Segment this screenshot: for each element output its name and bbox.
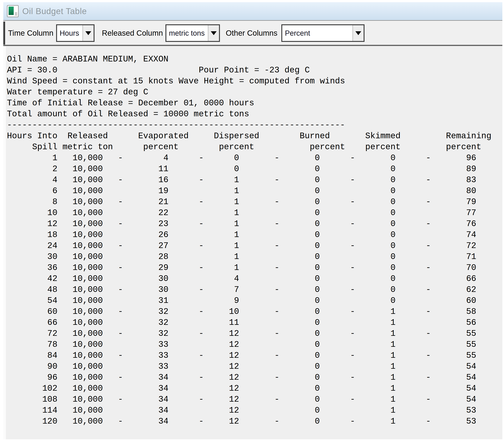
chevron-down-icon — [85, 31, 91, 35]
oil-budget-table-window: Oil Budget Table Time Column Hours Relea… — [3, 2, 502, 439]
report-area: Oil Name = ARABIAN MEDIUM, EXXON API = 3… — [3, 46, 502, 439]
released-column-select[interactable]: metric tons — [165, 24, 220, 42]
time-column-value: Hours — [57, 29, 82, 37]
toolbar-separator — [3, 45, 502, 46]
toolbar: Time Column Hours Released Column metric… — [3, 21, 502, 45]
titlebar: Oil Budget Table — [3, 2, 502, 20]
app-icon — [7, 5, 19, 17]
app-icon-green-shape — [9, 7, 14, 15]
other-columns-label: Other Columns — [226, 29, 277, 37]
released-column-dropdown-button[interactable] — [208, 25, 219, 41]
released-column-value: metric tons — [166, 29, 208, 37]
titlebar-separator — [3, 20, 502, 21]
budget-report-text: Oil Name = ARABIAN MEDIUM, EXXON API = 3… — [6, 46, 502, 427]
chevron-down-icon — [211, 31, 217, 35]
released-column-label: Released Column — [102, 29, 163, 37]
other-columns-value: Percent — [282, 29, 352, 37]
other-columns-dropdown-button[interactable] — [352, 25, 364, 41]
time-column-dropdown-button[interactable] — [82, 25, 94, 41]
app-icon-page-shape — [15, 12, 17, 16]
time-column-select[interactable]: Hours — [56, 24, 94, 42]
window-title: Oil Budget Table — [22, 6, 87, 16]
time-column-label: Time Column — [8, 29, 53, 37]
chevron-down-icon — [355, 31, 361, 35]
other-columns-select[interactable]: Percent — [281, 24, 364, 42]
